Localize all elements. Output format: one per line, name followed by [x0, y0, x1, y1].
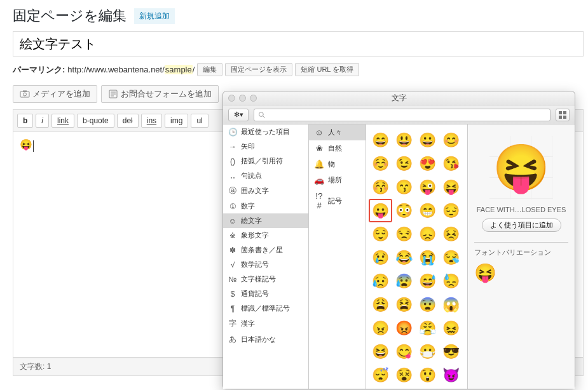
bold-button[interactable]: b — [17, 114, 33, 128]
subcategory-icon: 🔔 — [314, 159, 324, 169]
category-item[interactable]: ※象形文字 — [223, 228, 308, 243]
emoji-cell[interactable]: 😅 — [416, 269, 439, 293]
emoji-cell[interactable]: 😘 — [439, 152, 463, 175]
subcategory-item[interactable]: 🚗場所 — [309, 172, 366, 188]
emoji-cell[interactable]: 😌 — [369, 222, 392, 246]
close-icon[interactable] — [228, 95, 235, 102]
emoji-cell[interactable]: 😃 — [392, 128, 416, 152]
emoji-cell[interactable]: 😖 — [439, 316, 463, 340]
emoji-cell[interactable]: ☺️ — [369, 152, 392, 175]
category-icon: ☺ — [228, 217, 237, 225]
ul-button[interactable]: ul — [191, 114, 208, 128]
link-button[interactable]: link — [51, 114, 74, 128]
emoji-cell[interactable]: 😨 — [416, 293, 439, 316]
category-item[interactable]: ✽箇条書き／星 — [223, 243, 308, 257]
variation-emoji[interactable]: 😝 — [474, 262, 496, 283]
post-title-input[interactable] — [13, 31, 584, 57]
emoji-cell[interactable]: 😔 — [439, 199, 463, 222]
emoji-cell[interactable]: 😲 — [416, 363, 439, 387]
emoji-cell[interactable]: 😪 — [439, 246, 463, 269]
add-media-button[interactable]: メディアを追加 — [13, 85, 97, 103]
category-item[interactable]: 🕒最近使った項目 — [223, 124, 308, 139]
emoji-cell[interactable]: 😓 — [439, 269, 463, 293]
category-item[interactable]: ()括弧／引用符 — [223, 154, 308, 168]
search-input[interactable] — [266, 111, 546, 119]
search-field[interactable] — [254, 109, 550, 121]
category-item[interactable]: $通貨記号 — [223, 286, 308, 301]
emoji-cell[interactable]: 😰 — [392, 269, 416, 293]
category-icon: √ — [228, 260, 237, 269]
ins-button[interactable]: ins — [141, 114, 162, 128]
edit-permalink-button[interactable]: 編集 — [197, 63, 222, 76]
emoji-cell[interactable]: 😡 — [392, 316, 416, 340]
category-item[interactable]: →矢印 — [223, 139, 308, 154]
emoji-cell[interactable]: 😤 — [416, 316, 439, 340]
subcategory-item[interactable]: ❀自然 — [309, 140, 366, 156]
emoji-cell[interactable]: 😁 — [416, 199, 439, 222]
category-item[interactable]: ⓐ囲み文字 — [223, 183, 308, 199]
emoji-cell[interactable]: 😍 — [416, 152, 439, 175]
emoji-cell[interactable]: 😎 — [439, 340, 463, 363]
emoji-cell[interactable]: 😜 — [416, 175, 439, 199]
emoji-cell[interactable]: 😙 — [392, 175, 416, 199]
italic-button[interactable]: i — [36, 114, 49, 128]
category-item[interactable]: ①数字 — [223, 199, 308, 213]
emoji-cell[interactable]: 😭 — [416, 246, 439, 269]
gear-icon: ✻▾ — [234, 111, 243, 119]
category-item[interactable]: 字漢字 — [223, 316, 308, 332]
blockquote-button[interactable]: b-quote — [77, 114, 114, 128]
add-new-button[interactable]: 新規追加 — [134, 8, 175, 24]
emoji-cell[interactable]: 😛 — [369, 199, 392, 222]
grid-toggle-button[interactable] — [556, 109, 570, 121]
category-item[interactable]: №文字様記号 — [223, 272, 308, 286]
subcategory-item[interactable]: ☺人々 — [309, 124, 366, 140]
emoji-cell[interactable]: 😷 — [416, 340, 439, 363]
emoji-cell[interactable]: 😴 — [369, 363, 392, 387]
short-url-button[interactable]: 短縮 URL を取得 — [295, 63, 359, 76]
subcategory-label: 人々 — [328, 128, 342, 137]
category-label: 数学記号 — [241, 260, 269, 269]
add-contact-form-button[interactable]: お問合せフォームを追加 — [101, 85, 219, 103]
category-item[interactable]: あ日本語かな — [223, 332, 308, 347]
category-item[interactable]: ¶標識／標準記号 — [223, 301, 308, 316]
add-favorite-button[interactable]: よく使う項目に追加 — [482, 219, 561, 232]
category-label: 絵文字 — [241, 216, 262, 225]
category-item[interactable]: ☺絵文字 — [223, 213, 308, 228]
del-button[interactable]: del — [117, 114, 139, 128]
subcategory-item[interactable]: !?#記号 — [309, 188, 366, 213]
emoji-cell[interactable]: 😠 — [369, 316, 392, 340]
emoji-cell[interactable]: 😂 — [392, 246, 416, 269]
emoji-cell[interactable]: 😊 — [439, 128, 463, 152]
emoji-cell[interactable]: 😩 — [369, 293, 392, 316]
emoji-cell[interactable]: 😀 — [416, 128, 439, 152]
category-item[interactable]: √数学記号 — [223, 257, 308, 272]
emoji-cell[interactable]: 😱 — [439, 293, 463, 316]
emoji-cell[interactable]: 😉 — [392, 152, 416, 175]
category-label: 標識／標準記号 — [241, 304, 290, 313]
emoji-cell[interactable]: 😝 — [439, 175, 463, 199]
emoji-cell[interactable]: 😥 — [369, 269, 392, 293]
category-label: 最近使った項目 — [241, 127, 290, 137]
preview-emoji: 😝 — [489, 136, 553, 199]
emoji-cell[interactable]: 😞 — [416, 222, 439, 246]
zoom-icon[interactable] — [250, 95, 257, 102]
subcategory-item[interactable]: 🔔物 — [309, 156, 366, 172]
emoji-cell[interactable]: 😈 — [439, 363, 463, 387]
emoji-cell[interactable]: 😣 — [439, 222, 463, 246]
gear-menu-button[interactable]: ✻▾ — [228, 109, 249, 121]
emoji-cell[interactable]: 😫 — [392, 293, 416, 316]
panel-titlebar[interactable]: 文字 — [223, 91, 575, 105]
emoji-cell[interactable]: 😒 — [392, 222, 416, 246]
emoji-cell[interactable]: 😳 — [392, 199, 416, 222]
emoji-cell[interactable]: 😆 — [369, 340, 392, 363]
category-label: 文字様記号 — [241, 274, 276, 284]
emoji-cell[interactable]: 😄 — [369, 128, 392, 152]
emoji-cell[interactable]: 😋 — [392, 340, 416, 363]
emoji-cell[interactable]: 😢 — [369, 246, 392, 269]
minimize-icon[interactable] — [239, 95, 246, 102]
category-item[interactable]: ‥句読点 — [223, 168, 308, 183]
img-button[interactable]: img — [165, 114, 188, 128]
emoji-cell[interactable]: 😚 — [369, 175, 392, 199]
view-page-button[interactable]: 固定ページを表示 — [225, 63, 292, 76]
emoji-cell[interactable]: 😵 — [392, 363, 416, 387]
